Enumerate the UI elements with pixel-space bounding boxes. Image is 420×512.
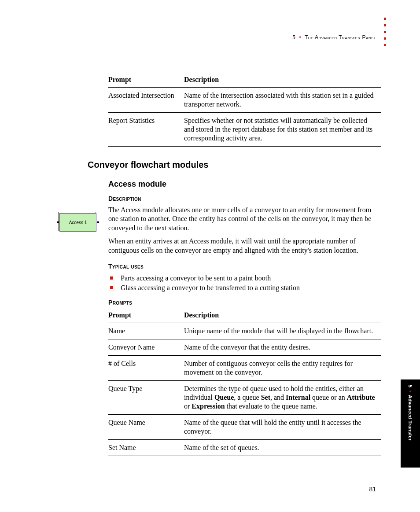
description-heading: Description: [108, 195, 381, 202]
table-header-prompt: Prompt: [108, 74, 184, 88]
top-prompts-table: Prompt Description Associated Intersecti…: [108, 74, 381, 147]
table-cell-prompt: Report Statistics: [108, 113, 184, 147]
running-header: 5 • The Advanced Transfer Panel: [292, 34, 376, 41]
table-cell-description: Specifies whether or not statistics will…: [184, 113, 381, 147]
header-bullet: •: [299, 34, 301, 41]
table-row: # of Cells Number of contiguous conveyor…: [108, 355, 381, 380]
typical-uses-list: Parts accessing a conveyor to be sent to…: [108, 273, 381, 292]
table-cell-prompt: Conveyor Name: [108, 339, 184, 355]
table-row: Name Unique name of the module that will…: [108, 323, 381, 339]
table-header-description: Description: [184, 74, 381, 88]
prompts-heading: Prompts: [108, 299, 381, 306]
table-header-description: Description: [184, 309, 381, 323]
prompts-table: Prompt Description Name Unique name of t…: [108, 309, 381, 456]
side-tab: 5 • Advanced Transfer: [401, 379, 420, 468]
table-cell-prompt: Name: [108, 323, 184, 339]
list-item: Glass accessing a conveyor to be transfe…: [108, 283, 381, 293]
table-cell-prompt: Queue Type: [108, 380, 184, 414]
table-cell-description: Name of the set of queues.: [184, 439, 381, 456]
table-row: Queue Name Name of the queue that will h…: [108, 414, 381, 439]
table-header-prompt: Prompt: [108, 309, 184, 323]
table-row: Set Name Name of the set of queues.: [108, 439, 381, 456]
module-icon-label: Access 1: [59, 213, 96, 232]
table-cell-description: Name of the conveyor that the entity des…: [184, 339, 381, 355]
table-row: Conveyor Name Name of the conveyor that …: [108, 339, 381, 355]
header-title: The Advanced Transfer Panel: [305, 34, 376, 41]
subsection-title: Access module: [108, 180, 381, 189]
list-item: Parts accessing a conveyor to be sent to…: [108, 273, 381, 283]
side-tab-label: Advanced Transfer: [408, 395, 413, 441]
table-cell-description: Number of contiguous conveyor cells the …: [184, 355, 381, 380]
description-paragraph: The Access module allocates one or more …: [108, 206, 381, 232]
page-number: 81: [369, 486, 376, 493]
table-cell-description: Name of the queue that will hold the ent…: [184, 414, 381, 439]
side-tab-chapter: 5: [408, 385, 413, 387]
table-row: Report Statistics Specifies whether or n…: [108, 113, 381, 147]
table-cell-description: Determines the type of queue used to hol…: [184, 380, 381, 414]
header-chapter-number: 5: [292, 34, 295, 41]
description-paragraph: When an entity arrives at an Access modu…: [108, 237, 381, 255]
table-cell-prompt: Set Name: [108, 439, 184, 456]
table-row: Associated Intersection Name of the inte…: [108, 88, 381, 113]
access-module-icon: Access 1: [55, 210, 99, 232]
top-table-block: Prompt Description Associated Intersecti…: [108, 74, 381, 147]
table-cell-prompt: Associated Intersection: [108, 88, 184, 113]
table-row: Queue Type Determines the type of queue …: [108, 380, 381, 414]
section-block: Conveyor flowchart modules Access module…: [88, 160, 381, 456]
decorative-dots: [384, 18, 386, 46]
side-tab-bullet: •: [408, 390, 413, 392]
table-cell-description: Unique name of the module that will be d…: [184, 323, 381, 339]
table-cell-prompt: # of Cells: [108, 355, 184, 380]
typical-uses-heading: Typical uses: [108, 263, 381, 270]
section-title: Conveyor flowchart modules: [88, 160, 381, 170]
table-cell-prompt: Queue Name: [108, 414, 184, 439]
table-cell-description: Name of the intersection associated with…: [184, 88, 381, 113]
